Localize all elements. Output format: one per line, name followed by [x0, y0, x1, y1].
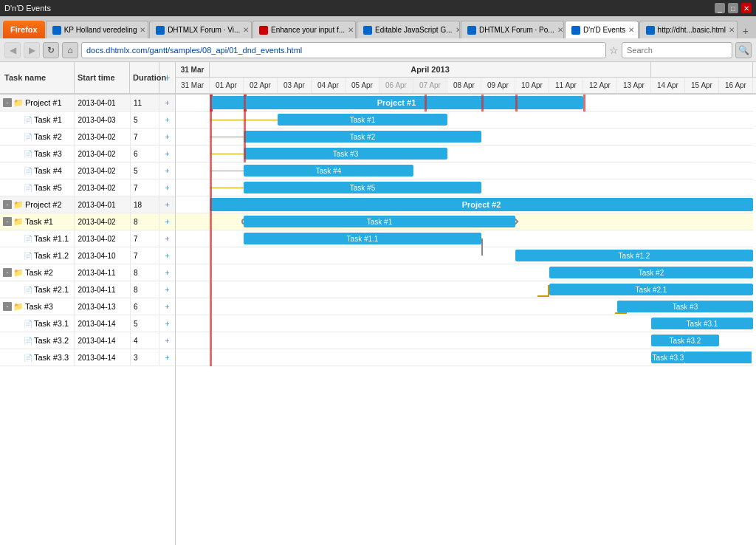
- cell-task-name: - 📁 Task #3: [0, 298, 75, 315]
- add-subtask-button[interactable]: +: [159, 298, 175, 315]
- tab-dhtmlx2[interactable]: DHTMLX Forum · Po... ✕: [461, 21, 564, 38]
- expand-button[interactable]: -: [3, 200, 12, 209]
- tab-basic[interactable]: http://dht...basic.html ✕: [639, 21, 738, 38]
- task-bar-t21[interactable]: Task #2.1: [549, 284, 753, 295]
- add-subtask-button[interactable]: +: [159, 162, 175, 179]
- task-bar-t1[interactable]: Task #1: [278, 114, 447, 126]
- task-bar-t3[interactable]: Task #3: [244, 148, 447, 160]
- day-label: 31 Mar: [176, 78, 210, 93]
- tab-dhtmlx1[interactable]: DHTMLX Forum · Vi... ✕: [149, 21, 252, 38]
- dep-line: [210, 154, 244, 154]
- tab-bar: Firefox KP Holland veredeling ✕ DHTMLX F…: [0, 16, 756, 38]
- tab-favicon: [571, 26, 580, 35]
- task-bar-t32[interactable]: Task #3.2: [651, 335, 719, 346]
- search-button[interactable]: 🔍: [735, 42, 752, 58]
- task-bar-t4[interactable]: Task #4: [244, 165, 413, 176]
- gantt-header: 31 Mar April 2013 31 Mar 01 Apr 02 Apr 0…: [176, 62, 756, 95]
- task-bar-p2[interactable]: Project #2: [210, 198, 753, 211]
- cell-duration: 18: [131, 196, 159, 213]
- task-bar-t12[interactable]: Task #1.2: [515, 250, 753, 261]
- table-row: 📄 Task #5 2013-04-02 7 +: [0, 179, 175, 196]
- expand-button[interactable]: -: [3, 217, 12, 226]
- add-subtask-button[interactable]: +: [159, 264, 175, 281]
- add-task-button[interactable]: +: [159, 62, 175, 93]
- cell-start: 2013-04-01: [75, 95, 130, 111]
- tab-editable[interactable]: Editable JavaScript G... ✕: [357, 21, 460, 38]
- add-subtask-button[interactable]: +: [159, 196, 175, 213]
- task-bar-t11[interactable]: Task #1.1: [244, 233, 481, 244]
- tab-close-icon[interactable]: ✕: [243, 26, 249, 34]
- task-bar-t1-p2[interactable]: Task #1: [244, 216, 515, 227]
- gantt-row-p1: Project #1: [176, 95, 753, 112]
- tab-close-icon[interactable]: ✕: [729, 26, 735, 34]
- add-subtask-button[interactable]: +: [159, 315, 175, 332]
- add-subtask-button[interactable]: +: [159, 349, 175, 366]
- tab-close-icon[interactable]: ✕: [557, 26, 563, 34]
- add-subtask-button[interactable]: +: [159, 213, 175, 230]
- address-bar[interactable]: [81, 42, 606, 58]
- file-icon: 📄: [24, 116, 32, 124]
- gantt-row-t1-p2: Task #1: [176, 213, 753, 230]
- cell-task-name: - 📁 Project #2: [0, 196, 75, 213]
- add-subtask-button[interactable]: +: [159, 179, 175, 196]
- tab-firefox[interactable]: Firefox: [3, 21, 45, 38]
- maximize-button[interactable]: □: [728, 3, 738, 13]
- tab-close-icon[interactable]: ✕: [348, 26, 354, 34]
- cell-task-name: - 📁 Task #1: [0, 213, 75, 230]
- tab-close-icon[interactable]: ✕: [456, 26, 461, 34]
- gantt-row-p2: Project #2: [176, 196, 753, 213]
- cell-duration: 8: [131, 281, 159, 298]
- file-icon: 📄: [24, 286, 32, 294]
- add-subtask-button[interactable]: +: [159, 332, 175, 349]
- forward-button[interactable]: ▶: [24, 42, 40, 58]
- day-label: 10 Apr: [515, 78, 549, 93]
- gantt-row-t1: Task #1: [176, 112, 753, 128]
- tab-kp-holland[interactable]: KP Holland veredeling ✕: [46, 21, 148, 38]
- cell-duration: 6: [131, 298, 159, 315]
- home-button[interactable]: ⌂: [62, 42, 78, 58]
- expand-button[interactable]: -: [3, 268, 12, 277]
- tab-label: KP Holland veredeling: [64, 26, 137, 34]
- day-label: 13 Apr: [617, 78, 651, 93]
- tab-label: DHTMLX Forum · Po...: [479, 26, 554, 34]
- table-row: 📄 Task #1 2013-04-03 5 +: [0, 112, 175, 128]
- task-bar-t3-p2[interactable]: Task #3: [617, 301, 753, 312]
- add-subtask-button[interactable]: +: [159, 247, 175, 264]
- tab-enhance[interactable]: Enhance your input f... ✕: [252, 21, 356, 38]
- add-subtask-button[interactable]: +: [159, 128, 175, 145]
- minimize-button[interactable]: _: [715, 3, 725, 13]
- tab-label: D'n'D Events: [583, 26, 625, 34]
- nav-bar: ◀ ▶ ↻ ⌂ ☆ 🔍: [0, 38, 756, 62]
- reload-button[interactable]: ↻: [43, 42, 59, 58]
- search-input[interactable]: [622, 42, 732, 58]
- add-subtask-button[interactable]: +: [159, 112, 175, 128]
- table-row: 📄 Task #3.1 2013-04-14 5 +: [0, 315, 175, 332]
- back-button[interactable]: ◀: [4, 42, 21, 58]
- bookmark-icon[interactable]: ☆: [609, 44, 619, 56]
- add-subtask-button[interactable]: +: [159, 95, 175, 111]
- add-subtask-button[interactable]: +: [159, 145, 175, 162]
- close-button[interactable]: ✕: [741, 3, 752, 13]
- new-tab-button[interactable]: +: [738, 24, 753, 38]
- add-subtask-button[interactable]: +: [159, 230, 175, 247]
- task-bar-t33[interactable]: Task #3.3: [651, 352, 685, 363]
- expand-button[interactable]: -: [3, 98, 12, 107]
- add-subtask-button[interactable]: +: [159, 281, 175, 298]
- task-bar-t5[interactable]: Task #5: [244, 182, 481, 193]
- task-bar-t2[interactable]: Task #2: [244, 131, 481, 143]
- table-row: 📄 Task #2 2013-04-02 7 +: [0, 128, 175, 145]
- cell-start: 2013-04-13: [75, 298, 130, 315]
- table-row: 📄 Task #1.2 2013-04-10 7 +: [0, 247, 175, 264]
- tab-dnd-events[interactable]: D'n'D Events ✕: [565, 21, 639, 38]
- folder-icon: 📁: [13, 98, 24, 108]
- cell-duration: 7: [131, 230, 159, 247]
- gantt-row-t32: Task #3.2: [176, 332, 753, 349]
- cell-task-name: 📄 Task #1.1: [0, 230, 75, 247]
- expand-button[interactable]: -: [3, 302, 12, 311]
- task-bar-t31[interactable]: Task #3.1: [651, 318, 753, 329]
- task-bar-p1[interactable]: Project #1: [210, 96, 583, 109]
- tab-close-icon[interactable]: ✕: [140, 26, 145, 34]
- gantt-row-t21: Task #2.1: [176, 281, 753, 298]
- task-bar-t2-p2[interactable]: Task #2: [549, 267, 753, 278]
- tab-close-icon[interactable]: ✕: [628, 26, 634, 34]
